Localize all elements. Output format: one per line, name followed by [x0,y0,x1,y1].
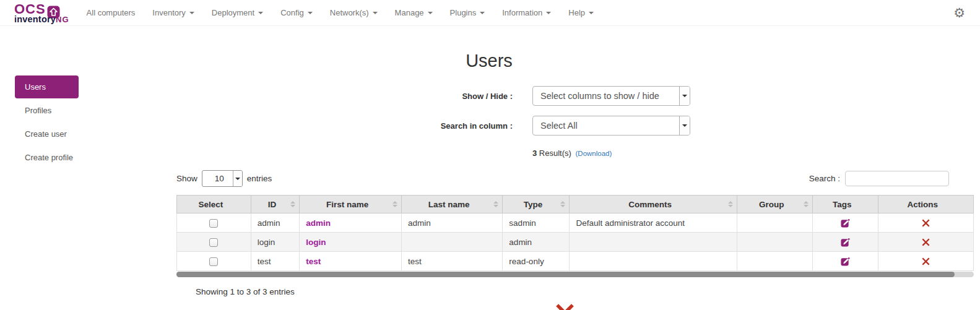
menu-item-config[interactable]: Config [272,2,321,23]
cell-actions [878,213,974,233]
cell-last-name [401,233,502,252]
cell-last-name: test [401,252,502,271]
cell-group [737,233,812,252]
show-hide-label: Show / Hide : [176,92,532,101]
menu-item-network-s[interactable]: Network(s) [321,2,386,23]
user-link[interactable]: login [306,238,326,247]
entries-per-page-select[interactable]: 10 [202,170,243,187]
search-in-column-select-value: Select All [533,121,679,131]
cell-last-name: admin [401,213,502,233]
results-count: 3 [532,149,537,158]
row-checkbox[interactable] [209,238,218,247]
menu-item-label: Config [280,8,304,17]
menu-item-inventory[interactable]: Inventory [144,2,202,23]
users-table-head: SelectIDFirst nameLast nameTypeCommentsG… [177,196,974,213]
cell-type: sadmin [503,213,570,233]
menu-item-all-computers[interactable]: All computers [78,2,144,23]
cell-comments [570,252,737,271]
showing-entries-text: Showing 1 to 3 of 3 entries [176,287,974,296]
column-header-id[interactable]: ID [251,196,300,213]
user-link[interactable]: test [306,257,321,266]
header-form-area: Users Show / Hide : Select columns to sh… [176,51,802,158]
user-link[interactable]: admin [306,218,331,228]
show-hide-select[interactable]: Select columns to show / hide [532,86,690,106]
menu-item-label: Plugins [450,8,477,17]
sidebar: UsersProfilesCreate userCreate profile [15,75,160,170]
cell-first-name: test [300,252,402,271]
menu-item-deployment[interactable]: Deployment [203,2,272,23]
menu-item-label: All computers [87,8,136,17]
column-header-select: Select [177,196,251,213]
cell-actions [878,252,974,271]
edit-tags-icon[interactable] [841,238,850,247]
cell-tags [812,252,878,271]
chevron-down-icon [679,116,690,135]
menu-item-plugins[interactable]: Plugins [441,2,494,23]
cell-tags [812,233,878,252]
sidebar-item-create-user[interactable]: Create user [15,123,160,145]
results-label: Result(s) [539,149,571,158]
horizontal-scrollbar-track[interactable] [176,272,974,277]
gear-icon[interactable]: ⚙ [953,6,965,19]
menu-item-help[interactable]: Help [560,2,602,23]
menu-item-manage[interactable]: Manage [386,2,441,23]
column-header-label: ID [268,200,277,209]
row-checkbox[interactable] [209,257,218,266]
cell-id: admin [251,213,300,233]
delete-user-icon[interactable] [922,257,930,265]
chevron-down-icon [589,12,594,14]
table-search-input[interactable] [845,171,949,186]
delete-x-icon [555,303,575,310]
show-entries-control: Show 10 entries [176,170,272,187]
delete-selected-button[interactable] [166,303,963,310]
chevron-down-icon [189,12,194,14]
column-header-label: Group [759,200,784,209]
sidebar-item-profiles[interactable]: Profiles [15,99,160,122]
download-link[interactable]: (Download) [576,150,612,157]
column-header-first-name[interactable]: First name [300,196,402,213]
logo-inventory-text: inventory [14,15,56,24]
logo-ng-text: NG [56,15,69,24]
chevron-down-icon [233,171,242,186]
column-header-label: First name [326,200,368,209]
sidebar-item-users[interactable]: Users [15,75,79,98]
delete-user-icon[interactable] [922,219,930,227]
results-line: 3 Result(s) (Download) [532,149,802,158]
sort-icon [728,201,733,207]
entries-suffix-label: entries [247,174,272,183]
cell-first-name: admin [300,213,402,233]
column-header-last-name[interactable]: Last name [401,196,502,213]
chevron-down-icon [258,12,263,14]
column-header-type[interactable]: Type [503,196,570,213]
show-entries-label: Show [176,174,197,183]
cell-id: test [251,252,300,271]
table-search-control: Search : [809,171,949,186]
main-menu: All computersInventoryDeploymentConfigNe… [78,2,602,23]
search-in-column-select[interactable]: Select All [532,116,690,136]
menu-item-label: Deployment [212,8,254,17]
row-checkbox[interactable] [209,219,218,228]
top-navbar: OCS inventory NG All computersInventoryD… [0,0,980,26]
column-header-group[interactable]: Group [737,196,812,213]
app-logo[interactable]: OCS inventory NG [14,2,69,24]
menu-item-label: Help [568,8,585,17]
users-table-body: adminadminadminsadminDefault administrat… [177,213,974,271]
show-hide-select-value: Select columns to show / hide [533,91,679,101]
edit-tags-icon[interactable] [841,257,850,266]
chevron-down-icon [373,12,378,14]
table-controls: Show 10 entries Search : [176,170,974,187]
column-header-comments[interactable]: Comments [570,196,737,213]
delete-user-icon[interactable] [922,238,930,246]
search-in-column-label: Search in column : [176,121,532,131]
menu-item-information[interactable]: Information [493,2,560,23]
column-header-actions: Actions [878,196,974,213]
logo-row-bottom: inventory NG [14,15,69,24]
horizontal-scrollbar-thumb[interactable] [176,272,955,277]
column-header-label: Last name [428,200,470,209]
search-in-column-row: Search in column : Select All [176,116,802,136]
table-search-label: Search : [809,174,840,183]
table-row: testtesttestread-only [177,252,974,271]
sidebar-item-create-profile[interactable]: Create profile [15,146,160,169]
edit-tags-icon[interactable] [841,218,850,228]
sort-icon [493,201,498,207]
